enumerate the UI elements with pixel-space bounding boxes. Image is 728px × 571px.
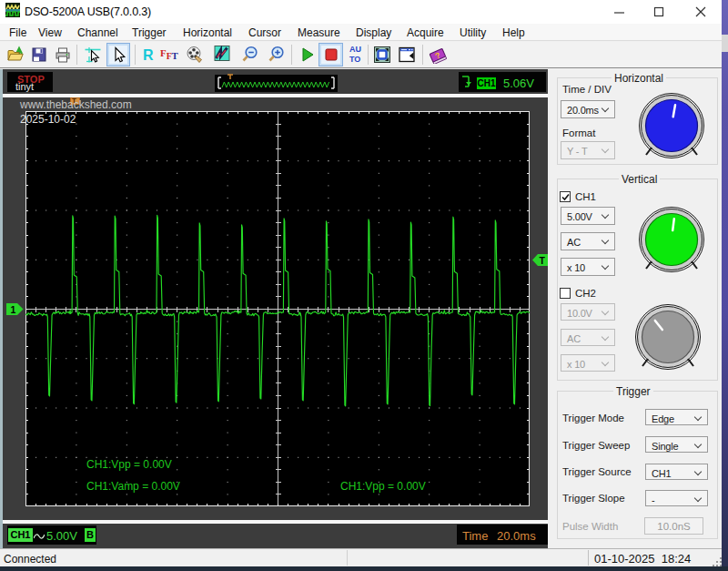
- svg-text:R: R: [143, 47, 154, 63]
- svg-text:1: 1: [11, 304, 16, 315]
- svg-text:T: T: [540, 255, 546, 266]
- svg-text:T: T: [172, 50, 179, 61]
